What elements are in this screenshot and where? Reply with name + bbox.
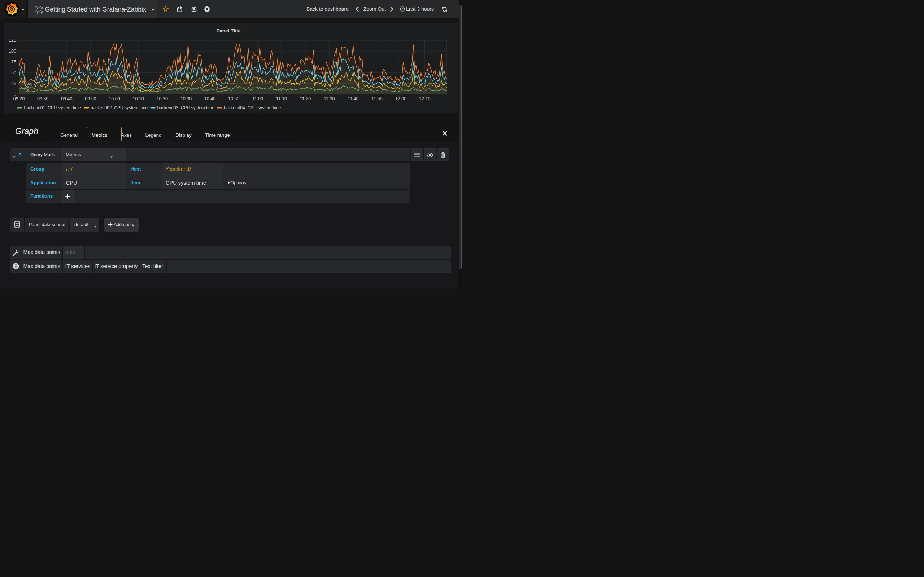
svg-text:09:40: 09:40 bbox=[61, 96, 72, 102]
svg-text:11:10: 11:10 bbox=[276, 96, 287, 102]
svg-text:11:50: 11:50 bbox=[372, 96, 382, 102]
svg-text:11:00: 11:00 bbox=[252, 96, 263, 102]
svg-text:10:50: 10:50 bbox=[228, 96, 239, 102]
svg-text:09:30: 09:30 bbox=[37, 96, 48, 102]
svg-text:12:00: 12:00 bbox=[395, 96, 406, 102]
svg-text:11:40: 11:40 bbox=[347, 96, 359, 102]
svg-text:50: 50 bbox=[11, 70, 16, 75]
svg-text:09:50: 09:50 bbox=[85, 96, 96, 102]
svg-text:backend03: CPU system time: backend03: CPU system time bbox=[157, 105, 215, 110]
svg-text:11:20: 11:20 bbox=[300, 96, 311, 102]
svg-text:25: 25 bbox=[11, 81, 16, 86]
svg-text:125: 125 bbox=[9, 38, 16, 43]
svg-text:backend02: CPU system time: backend02: CPU system time bbox=[90, 105, 148, 110]
svg-text:11:30: 11:30 bbox=[324, 96, 334, 102]
svg-text:12:10: 12:10 bbox=[419, 96, 430, 102]
svg-text:10:40: 10:40 bbox=[204, 96, 215, 102]
svg-text:10:30: 10:30 bbox=[181, 96, 192, 102]
svg-text:100: 100 bbox=[9, 48, 16, 53]
svg-text:10:20: 10:20 bbox=[157, 96, 168, 102]
svg-text:09:20: 09:20 bbox=[13, 96, 24, 102]
svg-text:10:00: 10:00 bbox=[109, 96, 120, 102]
svg-text:10:10: 10:10 bbox=[132, 96, 144, 102]
svg-text:backend01: CPU system time: backend01: CPU system time bbox=[24, 105, 81, 110]
svg-text:backend04: CPU system time: backend04: CPU system time bbox=[224, 105, 281, 110]
svg-text:75: 75 bbox=[11, 59, 16, 64]
